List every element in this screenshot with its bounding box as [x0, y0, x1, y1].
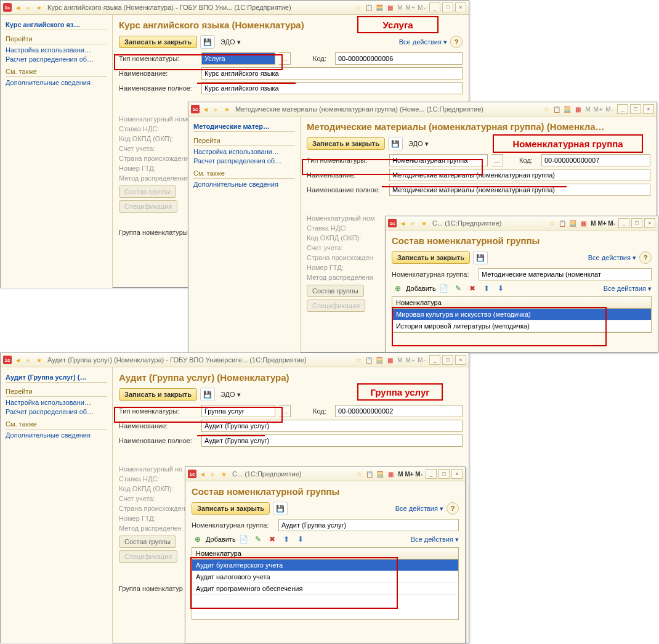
m-buttons[interactable]: M M+ M-: [584, 106, 615, 113]
group-button[interactable]: Состав группы: [119, 185, 176, 198]
add-button[interactable]: Добавить: [406, 285, 436, 292]
m-buttons[interactable]: M M+ M-: [396, 357, 427, 364]
all-actions[interactable]: Все действия ▾: [588, 254, 636, 262]
grid-header[interactable]: Номенклатура: [392, 297, 651, 309]
fwd-icon[interactable]: ►: [24, 3, 33, 12]
save-close-button[interactable]: Записать и закрыть: [119, 388, 197, 401]
m-buttons[interactable]: M M+ M-: [396, 4, 427, 11]
edo-button[interactable]: ЭДО ▾: [218, 37, 243, 47]
down-icon[interactable]: ⬇: [294, 534, 307, 545]
input-grp[interactable]: Методические материалы (номенклат: [479, 268, 652, 280]
up-icon[interactable]: ⬆: [480, 283, 493, 294]
input-code[interactable]: 00-000000000002: [335, 405, 463, 417]
input-name[interactable]: Методические материалы (номенклатурная г…: [389, 169, 650, 181]
sidebar-link-calc[interactable]: Расчет распределения об…: [6, 408, 107, 415]
close-button[interactable]: ×: [643, 104, 654, 114]
grid-row-1[interactable]: Мировая культура и искусство (методичка): [392, 309, 651, 320]
min-button[interactable]: _: [617, 104, 628, 114]
delete-icon[interactable]: ✖: [266, 534, 278, 545]
all-actions2[interactable]: Все действия ▾: [411, 536, 459, 544]
input-type[interactable]: Услуга: [201, 52, 275, 65]
help-icon[interactable]: ?: [450, 36, 463, 48]
min-button[interactable]: _: [426, 469, 437, 479]
input-code[interactable]: 00-000000000007: [541, 154, 650, 166]
min-button[interactable]: _: [618, 218, 629, 228]
sidebar-link-calc[interactable]: Расчет распределения об…: [6, 55, 107, 63]
edit-icon[interactable]: ✎: [252, 534, 264, 545]
clip-icon[interactable]: 📋: [558, 219, 567, 227]
type-picker[interactable]: …: [279, 52, 291, 65]
m-buttons[interactable]: M M+ M-: [397, 471, 424, 478]
doc-icon[interactable]: 📄: [238, 534, 250, 545]
calc-icon[interactable]: 🧮: [568, 219, 577, 227]
fav-icon[interactable]: ☆: [354, 3, 363, 12]
fav-icon[interactable]: ☆: [354, 356, 363, 364]
clip-icon[interactable]: 📋: [365, 356, 373, 364]
save-icon[interactable]: 💾: [388, 137, 403, 150]
input-fullname[interactable]: Курс английского языка: [201, 82, 463, 94]
calc-icon[interactable]: 🧮: [563, 105, 572, 113]
edit-icon[interactable]: ✎: [452, 283, 464, 294]
input-grp[interactable]: Аудит (Группа услуг): [278, 519, 459, 531]
type-picker[interactable]: …: [279, 405, 291, 417]
star-icon[interactable]: ★: [419, 219, 428, 227]
save-close-button[interactable]: Записать и закрыть: [307, 137, 385, 150]
save-close-button[interactable]: Записать и закрыть: [392, 251, 470, 264]
group-button[interactable]: Состав группы: [119, 536, 176, 548]
close-button[interactable]: ×: [455, 355, 466, 365]
fav-icon[interactable]: ☆: [355, 470, 363, 478]
close-button[interactable]: ×: [644, 218, 655, 228]
fwd-icon[interactable]: ►: [212, 105, 220, 113]
close-button[interactable]: ×: [455, 2, 466, 12]
all-actions2[interactable]: Все действия ▾: [604, 285, 652, 293]
delete-icon[interactable]: ✖: [466, 283, 479, 294]
fav-icon[interactable]: ☆: [548, 219, 556, 227]
add-button[interactable]: Добавить: [206, 536, 236, 543]
m-buttons[interactable]: M M+ M-: [589, 220, 617, 227]
back-icon[interactable]: ◄: [398, 219, 407, 227]
star-icon[interactable]: ★: [219, 470, 228, 478]
edo-button[interactable]: ЭДО ▾: [406, 139, 431, 149]
type-picker[interactable]: …: [491, 154, 503, 166]
add-icon[interactable]: ⊕: [392, 283, 404, 294]
sidebar-link-settings[interactable]: Настройка использовани…: [193, 148, 295, 155]
calc-icon[interactable]: 🧮: [376, 470, 384, 478]
all-actions[interactable]: Все действия ▾: [395, 505, 443, 513]
edo-button[interactable]: ЭДО ▾: [218, 389, 243, 400]
back-icon[interactable]: ◄: [14, 356, 22, 364]
clip-icon[interactable]: 📋: [365, 470, 374, 478]
fav-icon[interactable]: ☆: [542, 105, 551, 113]
back-icon[interactable]: ◄: [201, 105, 210, 113]
input-code[interactable]: 00-000000000006: [335, 52, 463, 65]
sidebar-link-additional[interactable]: Дополнительные сведения: [6, 431, 107, 439]
save-icon[interactable]: 💾: [473, 251, 488, 264]
clip-icon[interactable]: 📋: [552, 105, 561, 113]
save-close-button[interactable]: Записать и закрыть: [192, 502, 270, 515]
input-type[interactable]: Группа услуг: [201, 405, 275, 417]
save-icon[interactable]: 💾: [200, 35, 215, 49]
star-icon[interactable]: ★: [222, 105, 231, 113]
grid-header[interactable]: Номенклатура: [192, 548, 458, 560]
grid-row-1[interactable]: Аудит бухгалтерского учета: [192, 560, 458, 571]
min-button[interactable]: _: [429, 355, 440, 365]
sidebar-link-additional[interactable]: Дополнительные сведения: [6, 79, 107, 86]
group-button[interactable]: Состав группы: [307, 285, 364, 297]
spec-button[interactable]: Спецификация: [119, 200, 177, 213]
save-icon[interactable]: 💾: [273, 502, 288, 515]
back-icon[interactable]: ◄: [198, 470, 207, 478]
sidebar-link-settings[interactable]: Настройка использовани…: [6, 399, 107, 406]
sidebar-link-additional[interactable]: Дополнительные сведения: [193, 181, 295, 188]
down-icon[interactable]: ⬇: [495, 283, 507, 294]
doc-icon[interactable]: 📄: [438, 283, 450, 294]
close-button[interactable]: ×: [451, 469, 463, 479]
save-icon[interactable]: 💾: [200, 388, 215, 401]
spec-button[interactable]: Спецификация: [307, 300, 365, 312]
max-button[interactable]: □: [442, 355, 453, 365]
star-icon[interactable]: ★: [34, 356, 43, 364]
calc-icon[interactable]: 🧮: [375, 356, 384, 364]
sidebar-link-settings[interactable]: Настройка использовани…: [6, 46, 107, 54]
min-button[interactable]: _: [429, 2, 440, 12]
fwd-icon[interactable]: ►: [24, 356, 33, 364]
grid-row-3[interactable]: Аудит программного обеспечения: [192, 583, 458, 595]
cal-icon[interactable]: ▦: [579, 219, 588, 227]
